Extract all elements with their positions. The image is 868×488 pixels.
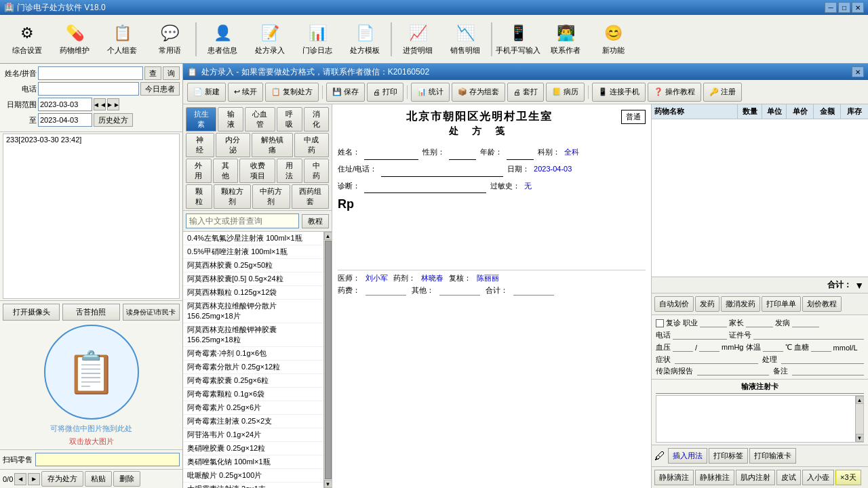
history-rx-btn[interactable]: 历史处方	[94, 113, 133, 127]
inf-scroll-up[interactable]: ▲	[856, 396, 864, 404]
connect-phone-btn[interactable]: 📱连接手机	[592, 83, 646, 102]
tab-herb[interactable]: 中药	[304, 159, 330, 183]
drug-item[interactable]: 阿莫西林克拉维酸钾神胶囊 156.25mg×18粒	[183, 323, 323, 347]
days-btn[interactable]: ×3天	[835, 470, 861, 485]
revisit-checkbox[interactable]	[656, 319, 664, 327]
tutorial-btn[interactable]: ❓操作教程	[648, 83, 701, 102]
total-dropdown-btn[interactable]: ▼	[854, 280, 864, 291]
toolbar-settings[interactable]: ⚙ 综合设置	[4, 18, 50, 61]
query-btn[interactable]: 询	[163, 66, 180, 80]
save-group-btn[interactable]: 📦存为组套	[452, 83, 505, 102]
drug-item[interactable]: 阿奇霉素颗粒 0.1g×6袋	[183, 388, 323, 401]
small-vessel-btn[interactable]: 入小壶	[802, 470, 834, 485]
scroll-thumb[interactable]	[325, 241, 332, 479]
drug-item[interactable]: 阿奇霉素注射液 0.25×2支	[183, 415, 323, 428]
id-card-btn[interactable]: 读身份证\市民卡	[123, 304, 180, 321]
drug-item[interactable]: 阿苷洛韦片 0.1g×24片	[183, 428, 323, 442]
date-prev-btn[interactable]: ◄◄	[94, 98, 106, 110]
tab-antipyretic[interactable]: 解热镇痛	[252, 133, 293, 157]
drug-item[interactable]: 大观霉素注射液 2g×1支	[183, 483, 323, 488]
drug-item[interactable]: 吡哌酸片 0.25g×100片	[183, 469, 323, 483]
print-btn[interactable]: 🖨打印	[367, 83, 403, 102]
today-patient-btn[interactable]: 今日患者	[140, 82, 180, 96]
phone-input[interactable]	[38, 82, 139, 96]
scroll-up-btn[interactable]: ▲	[324, 232, 332, 240]
tab-usage[interactable]: 用法	[277, 159, 302, 183]
drug-item[interactable]: 阿莫西林克拉维酸钾分散片 156.25mg×18片	[183, 300, 323, 323]
medical-record-btn[interactable]: 📒病历	[546, 83, 585, 102]
register-btn[interactable]: 🔑注册	[703, 83, 742, 102]
toolbar-clinic-log[interactable]: 📊 门诊日志	[294, 18, 340, 61]
toolbar-common-phrase[interactable]: 💬 常用语	[146, 18, 193, 61]
page-next-btn[interactable]: ►	[28, 473, 40, 485]
tab-digestive[interactable]: 消化	[304, 107, 330, 131]
tab-other[interactable]: 其他	[213, 159, 239, 183]
tab-respiratory[interactable]: 呼吸	[277, 107, 302, 131]
toolbar-new-features[interactable]: 😊 新功能	[590, 18, 636, 61]
date-next-btn[interactable]: ►►	[107, 98, 119, 110]
toolbar-rx-entry[interactable]: 📝 处方录入	[247, 18, 293, 61]
toolbar-patient-info[interactable]: 👤 患者信息	[199, 18, 245, 61]
paste-btn[interactable]: 粘贴	[85, 471, 112, 487]
tab-tcm[interactable]: 中成药	[294, 133, 329, 157]
pharmacist-value[interactable]: 林晓春	[421, 273, 443, 283]
doctor-value[interactable]: 刘小军	[366, 273, 388, 283]
drug-tutorial-btn[interactable]: 教程	[302, 214, 329, 228]
barcode-input[interactable]	[35, 453, 180, 466]
drug-search-input[interactable]	[186, 214, 299, 228]
skin-test-btn[interactable]: 皮试	[776, 470, 801, 485]
name-search-input[interactable]	[38, 66, 143, 80]
drug-item[interactable]: 0.5%甲硝唑注射液 100ml×1瓶	[183, 245, 323, 259]
stats-btn[interactable]: 📊统计	[411, 83, 450, 102]
drug-item[interactable]: 阿奇霉素胶囊 0.25g×6粒	[183, 374, 323, 388]
drug-item[interactable]: 奥硝唑胶囊 0.25g×12粒	[183, 442, 323, 455]
tab-antibiotic[interactable]: 抗生素	[186, 107, 216, 131]
iv-push-btn[interactable]: 静脉推注	[695, 470, 734, 485]
tab-infusion[interactable]: 输液	[218, 107, 243, 131]
save-btn[interactable]: 💾保存	[326, 83, 365, 102]
price-tutorial-btn[interactable]: 划价教程	[802, 296, 842, 312]
tab-external[interactable]: 外用	[186, 159, 212, 183]
auto-price-btn[interactable]: 自动划价	[654, 296, 694, 312]
search-btn[interactable]: 查	[144, 66, 161, 80]
insert-usage-btn[interactable]: 插入用法	[668, 448, 707, 464]
iv-drip-btn[interactable]: 静脉滴注	[654, 470, 694, 485]
drug-item[interactable]: 0.4%左氧氟沙星注射液 100ml×1瓶	[183, 232, 323, 245]
tab-charges[interactable]: 收费项目	[239, 159, 275, 183]
toolbar-purchase[interactable]: 📈 进货明细	[395, 18, 441, 61]
toolbar-drug-maintain[interactable]: 💊 药物维护	[52, 18, 98, 61]
dept-value[interactable]: 全科	[564, 146, 579, 159]
close-btn[interactable]: ✕	[852, 2, 864, 13]
tab-granule-formula[interactable]: 颗粒方剂	[214, 184, 251, 209]
drug-item[interactable]: 阿莫西林胶囊[0.5] 0.5g×24粒	[183, 272, 323, 286]
drug-item[interactable]: 阿奇霉素分散片 0.25g×12粒	[183, 361, 323, 374]
toolbar-rx-template[interactable]: 📄 处方模板	[342, 18, 388, 61]
tab-herb-formula[interactable]: 中药方剂	[252, 184, 290, 209]
list-item[interactable]: 233[2023-03-30 23:42]	[3, 134, 179, 145]
dispense-btn[interactable]: 发药	[695, 296, 719, 312]
im-btn[interactable]: 肌内注射	[736, 470, 775, 485]
drug-item[interactable]: 阿莫西林胶囊 0.25g×50粒	[183, 259, 323, 272]
infusion-scrollbar[interactable]: ▲ ▼	[855, 396, 863, 442]
zoom-hint[interactable]: 双击放大图片	[3, 436, 180, 447]
drug-item[interactable]: 阿奇霉素·冲剂 0.1g×6包	[183, 347, 323, 361]
toolbar-sales[interactable]: 📉 销售明细	[442, 18, 488, 61]
checker-value[interactable]: 陈丽丽	[477, 273, 499, 283]
rx-window-close-btn[interactable]: ✕	[852, 66, 864, 77]
save-as-rx-btn[interactable]: 存为处方	[41, 471, 83, 487]
drug-item[interactable]: 阿莫西林颗粒 0.125g×12袋	[183, 286, 323, 300]
toolbar-personal-group[interactable]: 📋 个人组套	[99, 18, 145, 61]
drug-item[interactable]: 阿奇霉素片 0.25g×6片	[183, 401, 323, 415]
open-camera-btn[interactable]: 打开摄像头	[3, 304, 60, 321]
scroll-down-btn[interactable]: ▼	[324, 480, 332, 488]
copy-rx-btn[interactable]: 📋复制处方	[265, 83, 319, 102]
tab-cardiovascular[interactable]: 心血管	[245, 107, 275, 131]
minimize-btn[interactable]: ─	[825, 2, 837, 13]
print-label-btn[interactable]: 打印标签	[709, 448, 748, 464]
inf-scroll-down[interactable]: ▼	[856, 434, 864, 442]
tab-granule[interactable]: 颗粒	[186, 184, 212, 209]
drug-item[interactable]: 奥硝唑氯化钠 100ml×1瓶	[183, 455, 323, 469]
tab-endocrine[interactable]: 内分泌	[216, 133, 250, 157]
continue-btn[interactable]: ↩续开	[228, 83, 263, 102]
tab-western-group[interactable]: 西药组套	[292, 184, 329, 209]
